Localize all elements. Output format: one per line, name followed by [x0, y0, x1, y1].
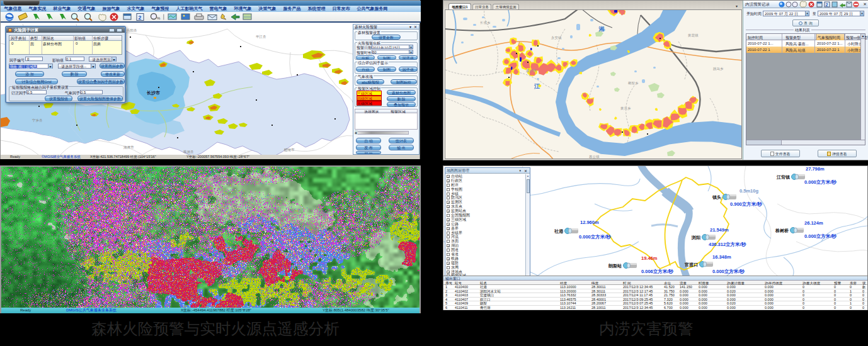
svg-text:27.798m: 27.798m [806, 166, 825, 172]
svg-text:社港: 社港 [554, 228, 564, 234]
svg-text:21.549m: 21.549m [710, 227, 729, 233]
svg-text:永安镇: 永安镇 [551, 36, 562, 40]
svg-text:0.900立方米/秒: 0.900立方米/秒 [730, 201, 762, 207]
svg-text:0.000立方米/秒: 0.000立方米/秒 [712, 269, 745, 274]
svg-text:436.312立方米/秒: 436.312立方米/秒 [709, 242, 746, 247]
svg-text:岳阳县: 岳阳县 [127, 28, 137, 33]
svg-text:19.46m: 19.46m [641, 255, 658, 261]
svg-text:12.960m: 12.960m [580, 220, 599, 225]
svg-text:江背镇: 江背镇 [776, 175, 790, 180]
svg-text:16.348m: 16.348m [712, 254, 731, 260]
svg-text:黄兴乡: 黄兴乡 [620, 106, 631, 110]
svg-text:0.006立方米/秒: 0.006立方米/秒 [641, 269, 673, 274]
svg-text:0.000立方米/秒: 0.000立方米/秒 [804, 233, 837, 239]
svg-text:黄花镇: 黄花镇 [688, 33, 699, 38]
svg-text:跳马乡: 跳马乡 [713, 67, 724, 71]
svg-text:0.000立方米/秒: 0.000立方米/秒 [579, 234, 611, 240]
svg-text:浏阳: 浏阳 [691, 235, 700, 240]
svg-text:官渡口: 官渡口 [685, 262, 698, 267]
svg-text:长坡乡: 长坡乡 [480, 21, 491, 25]
svg-text:平江县: 平江县 [256, 35, 266, 39]
svg-text:湘: 湘 [598, 26, 604, 32]
svg-text:暮云镇: 暮云镇 [589, 155, 600, 159]
svg-text:醴陵市: 醴陵市 [284, 148, 295, 152]
svg-text:2: 2 [139, 14, 142, 21]
svg-text:株洲县: 株洲县 [183, 150, 194, 154]
svg-text:%: % [157, 16, 161, 20]
svg-text:0.5m10g: 0.5m10g [740, 188, 758, 194]
svg-text:0.000立方米/秒: 0.000立方米/秒 [804, 179, 837, 185]
svg-text:星沙镇: 星沙镇 [526, 69, 537, 73]
svg-text:宁乡县: 宁乡县 [32, 118, 43, 122]
svg-text:榔梨乡: 榔梨乡 [628, 81, 639, 85]
svg-text:长沙市: 长沙市 [146, 90, 160, 96]
svg-text:镇头: 镇头 [712, 195, 721, 200]
svg-text:湘潭市: 湘潭市 [123, 145, 134, 150]
svg-text:26.124m: 26.124m [804, 220, 823, 226]
svg-text:株树桥: 株树桥 [775, 228, 789, 233]
svg-text:朗梨站: 朗梨站 [608, 263, 622, 269]
svg-text:江: 江 [534, 83, 540, 89]
svg-text:2: 2 [826, 3, 828, 7]
